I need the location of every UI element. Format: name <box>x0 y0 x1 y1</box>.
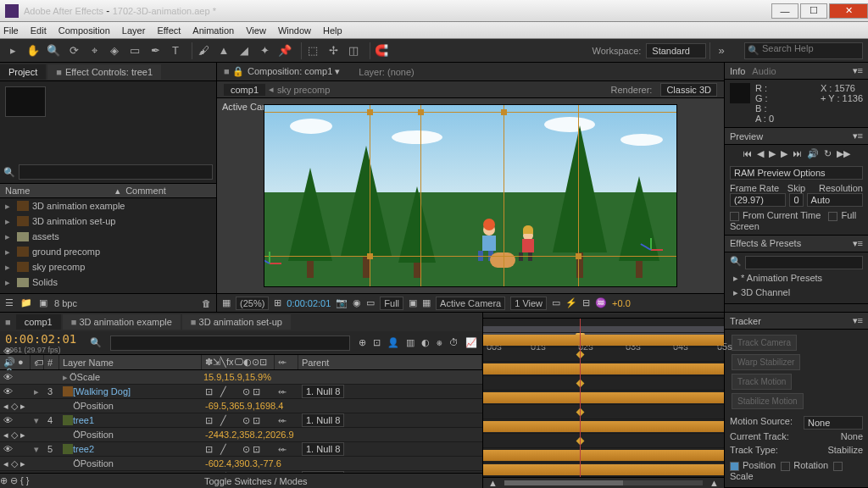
resolution-select[interactable]: Full <box>380 297 403 310</box>
axis-local-icon[interactable]: ⬚ <box>305 43 320 58</box>
timeline-icon[interactable]: ⊟ <box>582 297 590 308</box>
tab-effect-controls[interactable]: ■Effect Controls: tree1 <box>47 64 161 80</box>
window-minimize-button[interactable]: — <box>771 3 798 19</box>
resolution-icon[interactable]: ⊞ <box>274 297 281 308</box>
rotation-checkbox[interactable] <box>781 462 790 471</box>
hide-shy-icon[interactable]: 👤 <box>387 337 399 348</box>
audio-icon[interactable]: 🔊 <box>807 148 819 159</box>
search-icon[interactable]: » <box>714 43 729 58</box>
eraser-tool-icon[interactable]: ◢ <box>236 43 252 58</box>
project-item[interactable]: ▸3D animation example <box>0 198 216 214</box>
mask-icon[interactable]: ▭ <box>366 297 375 308</box>
views-select[interactable]: 1 View <box>510 297 547 310</box>
prev-frame-icon[interactable]: ◀ <box>757 148 764 159</box>
next-frame-icon[interactable]: ▶ <box>781 148 787 159</box>
interpret-icon[interactable]: ☰ <box>5 297 14 308</box>
brush-tool-icon[interactable]: 🖌 <box>196 43 211 58</box>
menu-composition[interactable]: Composition <box>58 25 110 36</box>
frame-blend-icon[interactable]: ▥ <box>406 337 415 348</box>
timeline-tab[interactable]: ■ 3D animation example <box>63 314 181 330</box>
tab-layer[interactable]: Layer: (none) <box>352 65 420 79</box>
flowchart-icon[interactable]: ♒ <box>595 297 607 308</box>
timeline-tracks[interactable]: 00s 01s 02s 03s 04s 05s ▲ ▲ <box>483 313 724 488</box>
flowchart-comp1[interactable]: comp1 <box>224 84 265 96</box>
camera-select[interactable]: Active Camera <box>436 297 505 310</box>
menu-animation[interactable]: Animation <box>192 25 234 36</box>
effects-search-input[interactable] <box>745 256 863 269</box>
fullscreen-checkbox[interactable] <box>828 212 837 221</box>
ram-preview-select[interactable]: RAM Preview Options <box>730 166 863 180</box>
from-current-checkbox[interactable] <box>730 212 739 221</box>
property-row[interactable]: ◂ ◇ ▸ Ö Position -2443.2,358.2,2026.9 <box>0 428 482 442</box>
track-camera-button[interactable]: Track Camera <box>732 335 797 351</box>
comp-mini-flowchart-icon[interactable]: ⊕ <box>359 337 366 348</box>
camera-tool-icon[interactable]: ⌖ <box>86 43 102 58</box>
last-frame-icon[interactable]: ⏭ <box>793 148 802 159</box>
draft3d-icon[interactable]: ⊡ <box>373 337 381 348</box>
brainstorm-icon[interactable]: ⎈ <box>437 337 442 348</box>
project-item[interactable]: ▸Solids <box>0 274 216 290</box>
framerate-select[interactable]: (29.97) <box>730 193 786 207</box>
tab-effects-presets[interactable]: Effects & Presets <box>730 238 801 248</box>
roto-tool-icon[interactable]: ✦ <box>257 43 272 58</box>
window-close-button[interactable]: ✕ <box>829 3 868 19</box>
ram-play-icon[interactable]: ▶▶ <box>837 148 850 159</box>
layer-row[interactable]: 👁▸3 [Walking Dog] ⊡ ╱ ⊙ ⊡ ⬰1. Null 8 <box>0 385 482 399</box>
menu-layer[interactable]: Layer <box>122 25 146 36</box>
bpc-toggle[interactable]: 8 bpc <box>54 298 77 308</box>
lock-icon[interactable]: ■ 🔒 <box>224 66 244 77</box>
timeline-search-input[interactable] <box>110 336 350 351</box>
search-help-input[interactable]: Search Help <box>744 42 863 59</box>
menu-help[interactable]: Help <box>323 25 342 36</box>
zoom-out-icon[interactable]: ▲ <box>488 478 498 488</box>
timecode-display[interactable]: 0:00:02:01 <box>287 298 331 308</box>
roi-icon[interactable]: ▣ <box>409 297 417 308</box>
menu-effect[interactable]: Effect <box>157 25 181 36</box>
project-item[interactable]: ▸sky precomp <box>0 259 216 274</box>
pin-tool-icon[interactable]: 📌 <box>277 43 292 58</box>
first-frame-icon[interactable]: ⏮ <box>743 148 752 159</box>
timeline-tab[interactable]: ■ 3D animation set-up <box>182 314 291 330</box>
timeline-tab[interactable]: comp1 <box>16 314 61 330</box>
exposure-value[interactable]: +0.0 <box>612 298 631 308</box>
position-checkbox[interactable] <box>730 462 739 471</box>
toggle-switches-button[interactable]: ⊕ ⊖ { } Toggle Switches / Modes <box>0 473 482 488</box>
warp-stabilizer-button[interactable]: Warp Stabilizer <box>732 354 800 370</box>
menu-view[interactable]: View <box>246 25 266 36</box>
tab-project[interactable]: Project <box>0 64 46 80</box>
menu-edit[interactable]: Edit <box>31 25 47 36</box>
menu-file[interactable]: File <box>3 25 19 36</box>
current-time[interactable]: 0:00:02:01 <box>5 332 76 346</box>
text-tool-icon[interactable]: T <box>168 43 183 58</box>
hand-tool-icon[interactable]: ✋ <box>25 43 41 58</box>
property-row[interactable]: ◂ ◇ ▸ Ö Position -69.5,365.9,1698.4 <box>0 399 482 413</box>
zoom-slider[interactable] <box>504 480 703 485</box>
motion-source-select[interactable]: None <box>804 416 863 430</box>
zoom-select[interactable]: (25%) <box>236 297 269 310</box>
project-item[interactable]: ▸3D animation set-up <box>0 214 216 229</box>
preset-group[interactable]: ▸ * Animation Presets <box>730 271 863 286</box>
stamp-tool-icon[interactable]: ▲ <box>216 43 231 58</box>
stabilize-motion-button[interactable]: Stabilize Motion <box>732 393 804 409</box>
window-maximize-button[interactable]: ☐ <box>800 3 827 19</box>
pixel-aspect-icon[interactable]: ▭ <box>552 297 560 308</box>
trash-icon[interactable]: 🗑 <box>202 298 211 308</box>
rotate-tool-icon[interactable]: ⟳ <box>66 43 81 58</box>
project-columns-header[interactable]: Name ▴ Comment <box>0 183 216 198</box>
tab-composition[interactable]: Composition: comp1 ▾ <box>241 64 347 79</box>
tab-audio[interactable]: Audio <box>752 66 776 76</box>
property-row[interactable]: ◂ ◇ ▸ Ö Position -602.4,390.3,-77.6 <box>0 457 482 471</box>
project-item[interactable]: ▸assets <box>0 229 216 244</box>
tab-preview[interactable]: Preview <box>730 131 763 141</box>
selection-tool-icon[interactable]: ▸ <box>5 43 20 58</box>
motion-blur-icon[interactable]: ◐ <box>421 337 430 348</box>
lock-icon[interactable]: ■ <box>0 317 16 327</box>
shape-tool-icon[interactable]: ▭ <box>127 43 142 58</box>
project-search-input[interactable] <box>19 164 213 180</box>
graph-editor-icon[interactable]: 📈 <box>465 337 477 348</box>
layer-row[interactable]: 👁 ▸Ö Scale 15.9,15.9,15.9% <box>0 370 482 385</box>
tab-info[interactable]: Info <box>730 66 745 76</box>
always-preview-icon[interactable]: ▦ <box>222 297 231 308</box>
skip-select[interactable]: 0 <box>789 193 803 207</box>
axis-view-icon[interactable]: ◫ <box>346 43 361 58</box>
